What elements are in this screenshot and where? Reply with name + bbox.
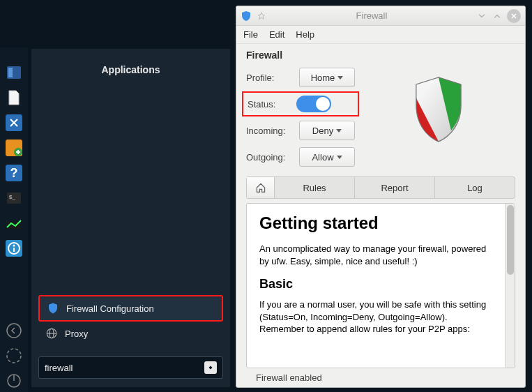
chevron-down-icon	[336, 129, 342, 133]
tab-log[interactable]: Log	[435, 177, 515, 198]
taskbar-item-files[interactable]	[3, 61, 25, 84]
info-content: Getting started An uncomplicated way to …	[247, 204, 505, 368]
scrollbar[interactable]	[505, 204, 515, 368]
svg-point-12	[13, 245, 15, 247]
svg-text:$_: $_	[9, 194, 15, 200]
home-icon	[255, 182, 266, 193]
status-label: Status:	[248, 99, 296, 110]
taskbar-reload-icon[interactable]	[3, 345, 25, 367]
info-subheading: Basic	[259, 277, 492, 292]
incoming-value: Deny	[312, 126, 333, 136]
search-input[interactable]	[45, 363, 204, 373]
info-paragraph-2: If you are a normal user, you will be sa…	[259, 299, 492, 336]
svg-text:?: ?	[10, 166, 18, 180]
window-title: Firewall	[271, 10, 472, 21]
outgoing-label: Outgoing:	[246, 152, 299, 163]
menu-results: Firewall Configuration Proxy	[31, 85, 230, 352]
menu-header: Applications	[31, 49, 230, 85]
menu-edit[interactable]: Edit	[269, 29, 284, 40]
taskbar-item-tools[interactable]	[3, 112, 25, 134]
menubar: File Edit Help	[236, 26, 525, 44]
menu-item-proxy[interactable]: Proxy	[38, 322, 223, 345]
firewall-content: Firewall Profile: Home Status: Incoming:…	[236, 44, 525, 387]
globe-icon	[45, 327, 58, 340]
tab-rules[interactable]: Rules	[275, 177, 355, 198]
taskbar-item-info[interactable]	[3, 237, 25, 259]
info-heading: Getting started	[259, 213, 492, 233]
tab-report[interactable]: Report	[355, 177, 435, 198]
incoming-dropdown[interactable]: Deny	[299, 121, 355, 140]
firewall-window: Firewall File Edit Help Firewall Profile…	[236, 6, 526, 388]
tab-home[interactable]	[247, 177, 275, 198]
search-input-container	[38, 356, 223, 379]
application-menu: Applications Firewall Configuration Prox…	[31, 49, 230, 387]
section-title: Firewall	[246, 50, 515, 61]
menu-item-label: Proxy	[65, 329, 88, 339]
svg-point-15	[7, 349, 21, 363]
status-row: Status:	[242, 91, 359, 116]
outgoing-value: Allow	[312, 152, 333, 163]
status-toggle[interactable]	[296, 96, 331, 112]
menu-item-label: Firewall Configuration	[66, 303, 154, 314]
info-panel: Getting started An uncomplicated way to …	[246, 203, 515, 368]
svg-rect-13	[13, 248, 15, 252]
profile-label: Profile:	[246, 73, 299, 83]
taskbar-back-icon[interactable]	[3, 319, 25, 342]
titlebar[interactable]: Firewall	[236, 6, 525, 26]
outgoing-dropdown[interactable]: Allow	[299, 147, 355, 167]
profile-value: Home	[311, 73, 335, 83]
shield-logo	[362, 68, 515, 167]
info-paragraph: An uncomplicated way to manage your fire…	[259, 243, 492, 267]
maximize-icon[interactable]	[492, 10, 503, 22]
firewall-settings-form: Profile: Home Status: Incoming: Deny Out…	[246, 68, 355, 167]
taskbar: ? $_	[0, 47, 28, 392]
scrollbar-thumb[interactable]	[507, 205, 514, 275]
menu-help[interactable]: Help	[296, 29, 314, 40]
taskbar-power-icon[interactable]	[3, 370, 25, 392]
svg-rect-1	[8, 68, 13, 77]
tabstrip: Rules Report Log	[246, 176, 515, 199]
svg-point-14	[7, 324, 21, 338]
taskbar-item-monitor[interactable]	[3, 212, 25, 234]
shield-icon	[47, 302, 59, 315]
taskbar-item-terminal[interactable]: $_	[3, 187, 25, 209]
app-shield-icon	[241, 10, 252, 22]
incoming-label: Incoming:	[246, 126, 299, 136]
chevron-down-icon	[337, 156, 342, 159]
status-line: Firewall enabled	[246, 368, 515, 387]
profile-dropdown[interactable]: Home	[299, 68, 355, 87]
taskbar-item-download[interactable]	[3, 137, 25, 159]
chevron-down-icon	[337, 76, 343, 80]
menu-item-firewall-configuration[interactable]: Firewall Configuration	[38, 295, 223, 322]
clear-search-icon[interactable]	[204, 361, 217, 374]
pin-icon[interactable]	[256, 10, 267, 22]
menu-file[interactable]: File	[243, 29, 258, 40]
taskbar-item-help[interactable]: ?	[3, 162, 25, 184]
minimize-icon[interactable]	[476, 10, 487, 22]
taskbar-item-document[interactable]	[3, 86, 25, 109]
close-icon[interactable]	[507, 9, 521, 23]
